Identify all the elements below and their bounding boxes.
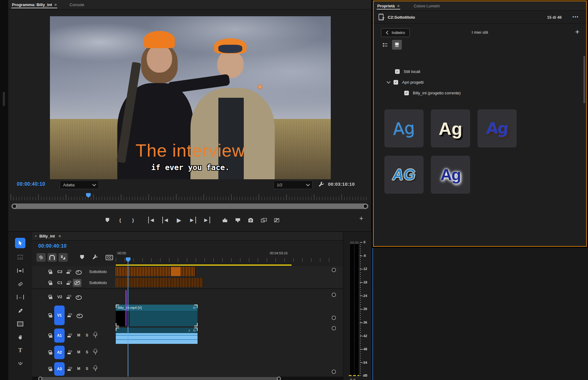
track-v2[interactable]: V2 bbox=[32, 290, 343, 304]
multicam-toggle-button[interactable] bbox=[274, 217, 280, 223]
program-ruler[interactable] bbox=[11, 193, 368, 201]
mute-button[interactable]: M bbox=[77, 350, 80, 354]
style-source-row-local[interactable]: ✓ Stili locali bbox=[374, 67, 582, 76]
selection-tool[interactable] bbox=[15, 238, 25, 248]
track-a3[interactable]: A3 M S bbox=[32, 361, 343, 378]
style-tile[interactable]: Ag bbox=[431, 109, 470, 147]
track-target-icon[interactable] bbox=[66, 295, 71, 299]
nest-toggle-button[interactable] bbox=[36, 253, 46, 262]
mic-icon[interactable] bbox=[94, 349, 97, 352]
panel-menu-icon[interactable]: ≡ bbox=[397, 4, 400, 8]
scrollbar-left-handle[interactable] bbox=[12, 204, 17, 209]
eye-icon[interactable] bbox=[77, 314, 83, 318]
captions-button[interactable]: CC bbox=[106, 255, 113, 260]
track-a2[interactable]: A2 M S bbox=[32, 344, 343, 361]
tab-lumetri-color[interactable]: Colore Lumetri bbox=[410, 1, 443, 10]
checkbox-checked[interactable]: ✓ bbox=[404, 91, 409, 95]
track-target-icon[interactable] bbox=[66, 281, 71, 285]
scrollbar-right-handle[interactable] bbox=[363, 204, 368, 209]
transform-tool[interactable] bbox=[15, 359, 25, 369]
eye-off-icon[interactable] bbox=[73, 279, 81, 287]
track-target-icon[interactable] bbox=[67, 314, 72, 317]
solo-button[interactable]: S bbox=[86, 367, 88, 371]
audio-meter-panel[interactable]: 0 -6 -12 -18 -24 -30 -36 -42 -48 -54 dB … bbox=[343, 231, 371, 380]
scrollbar-right-handle[interactable] bbox=[277, 377, 281, 380]
hand-tool[interactable] bbox=[15, 332, 25, 342]
timeline-add-marker-button[interactable] bbox=[80, 255, 84, 259]
track-target-icon[interactable] bbox=[67, 351, 72, 354]
source-patch-a2[interactable]: A2 bbox=[54, 346, 65, 359]
add-marker-button[interactable] bbox=[105, 217, 110, 223]
export-frame-button[interactable] bbox=[248, 217, 254, 223]
expander-chevron-icon[interactable] bbox=[386, 80, 390, 84]
button-editor-button[interactable]: + bbox=[359, 215, 363, 222]
lock-icon[interactable] bbox=[49, 283, 52, 285]
lock-icon[interactable] bbox=[49, 369, 52, 371]
monitor-settings-wrench-icon[interactable] bbox=[318, 181, 324, 188]
play-button[interactable]: ▶ bbox=[176, 217, 182, 223]
fit-select[interactable]: Adatta bbox=[60, 180, 99, 189]
track-target-icon[interactable] bbox=[67, 334, 72, 337]
checkbox-checked[interactable]: ✓ bbox=[395, 69, 400, 74]
track-scroll-knob[interactable] bbox=[332, 316, 336, 320]
tab-console[interactable]: Console bbox=[66, 0, 88, 9]
track-target-icon[interactable] bbox=[66, 270, 71, 274]
track-select-forward-tool[interactable]: → bbox=[15, 252, 25, 262]
extract-button[interactable] bbox=[235, 217, 241, 223]
style-tile[interactable]: AG bbox=[384, 156, 424, 194]
track-c2[interactable]: C2 Sottotitolo bbox=[32, 266, 343, 278]
step-forward-button[interactable]: ▶ bbox=[189, 217, 196, 223]
timeline-zoom-scrollbar[interactable] bbox=[32, 377, 343, 380]
step-back-button[interactable]: ◀ bbox=[162, 217, 169, 223]
solo-button[interactable]: S bbox=[86, 333, 88, 337]
track-v1[interactable]: V1 Billy_int.mp4 [V] fx bbox=[32, 304, 343, 327]
comparison-view-button[interactable] bbox=[261, 217, 267, 223]
timeline-tab-label[interactable]: Billy_int bbox=[40, 234, 55, 238]
pen-tool[interactable] bbox=[15, 306, 25, 316]
ripple-edit-tool[interactable]: ◂▸ bbox=[15, 265, 25, 276]
mark-in-button[interactable]: { bbox=[118, 217, 123, 223]
track-target-icon[interactable] bbox=[67, 367, 72, 371]
panel-menu-icon[interactable]: ≡ bbox=[55, 2, 57, 7]
program-zoom-scrollbar[interactable] bbox=[11, 203, 368, 209]
grid-view-button[interactable] bbox=[392, 40, 402, 50]
solo-button[interactable]: S bbox=[86, 350, 88, 354]
go-to-in-button[interactable]: ◀ bbox=[148, 217, 155, 223]
lock-icon[interactable] bbox=[49, 315, 52, 317]
tab-program[interactable]: Programma: Billy_int ≡ bbox=[8, 0, 60, 9]
track-scroll-knob[interactable] bbox=[332, 326, 336, 330]
timeline-settings-wrench-icon[interactable] bbox=[92, 254, 98, 261]
razor-tool[interactable] bbox=[15, 279, 25, 289]
eye-icon[interactable] bbox=[76, 295, 82, 300]
snap-toggle-button[interactable] bbox=[47, 253, 57, 262]
eye-icon[interactable] bbox=[76, 270, 82, 275]
style-tile[interactable]: Ag bbox=[477, 109, 517, 147]
mic-icon[interactable] bbox=[94, 332, 97, 336]
source-patch-v1[interactable]: V1 bbox=[54, 306, 65, 325]
checkbox-checked[interactable]: ✓ bbox=[394, 80, 398, 85]
track-scroll-knob[interactable] bbox=[332, 268, 336, 272]
lock-icon[interactable] bbox=[49, 297, 52, 299]
style-source-row-open-projects[interactable]: ✓ Apri progetti bbox=[374, 78, 582, 87]
track-a1[interactable]: A1 M S ♪ fx bbox=[32, 327, 343, 344]
linked-selection-button[interactable] bbox=[58, 253, 68, 262]
mute-button[interactable]: M bbox=[77, 367, 80, 371]
caption-clip-c1[interactable] bbox=[116, 278, 203, 287]
rectangle-tool[interactable] bbox=[15, 319, 25, 329]
program-current-timecode[interactable]: 00:00:40:10 bbox=[17, 181, 45, 187]
slip-tool[interactable]: ↔ bbox=[15, 292, 25, 302]
close-icon[interactable]: × bbox=[32, 234, 40, 238]
lock-icon[interactable] bbox=[49, 352, 52, 355]
track-c1[interactable]: C1 Sottotitolo bbox=[32, 277, 343, 289]
overflow-menu-icon[interactable]: ••• bbox=[572, 14, 579, 19]
program-playhead-marker[interactable] bbox=[86, 193, 91, 198]
source-patch-a1[interactable]: A1 bbox=[54, 329, 65, 343]
panel-scrollbar-thumb[interactable] bbox=[583, 56, 585, 103]
playback-resolution-select[interactable]: 1/2 bbox=[273, 180, 313, 189]
add-style-button[interactable]: + bbox=[575, 28, 579, 36]
timeline-current-timecode[interactable]: 00:00:40:10 bbox=[38, 243, 67, 249]
dock-handle[interactable] bbox=[3, 92, 5, 106]
lock-icon[interactable] bbox=[49, 335, 52, 338]
type-tool[interactable]: T bbox=[15, 345, 25, 355]
style-tile[interactable]: Ag bbox=[384, 109, 424, 147]
